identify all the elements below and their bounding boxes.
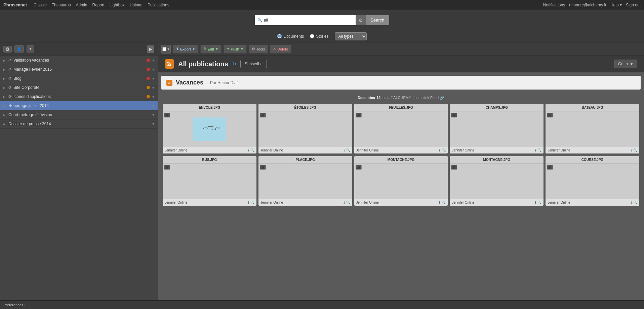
info-icon[interactable]: ℹ [248, 201, 249, 204]
edit-button[interactable]: ✎ Edit ▼ [200, 45, 222, 54]
delete-button[interactable]: ✕ Delete [270, 45, 291, 54]
zoom-icon[interactable]: 🔍 [633, 148, 637, 152]
push-icon: ✦ [227, 47, 230, 51]
search-button[interactable]: Search [366, 15, 389, 25]
subscribe-button[interactable]: Subscribe [240, 60, 267, 68]
nav-upload[interactable]: Upload [130, 3, 143, 7]
push-button[interactable]: ✦ Push ▼ [224, 45, 247, 54]
publication-header: All publications ↻ Subscribe Go to ▼ [158, 56, 644, 72]
image-card-course: COURSE.JPG ⬛ Jennifer Online ℹ 🔍 [546, 156, 639, 206]
sidebar-collapse-button[interactable]: ▶ [147, 45, 154, 53]
zoom-icon[interactable]: 🔍 [346, 201, 350, 204]
nav-classic[interactable]: Classic [34, 3, 47, 7]
top-navigation: Phraseanet Classic Thesaurus Admin Repor… [0, 0, 644, 10]
search-settings-button[interactable]: ⚙ [356, 15, 366, 25]
zoom-icon[interactable]: 🔍 [537, 148, 541, 152]
image-owner: Jennifer Online [356, 201, 379, 204]
image-preview: ⬛ [163, 164, 256, 199]
story-meta: December 12 in staff ALCHEMY - homelink … [161, 93, 641, 103]
image-owner: Jennifer Online [452, 201, 474, 204]
documents-filter[interactable]: Documents [277, 34, 304, 39]
nav-admin[interactable]: Admin [76, 3, 87, 7]
stories-filter[interactable]: Stories [310, 34, 328, 39]
edit-icon: ✎ [203, 47, 206, 51]
nav-thesaurus[interactable]: Thesaurus [52, 3, 71, 7]
image-preview: ⬛ [546, 164, 639, 199]
image-preview: ⬛ [546, 111, 639, 147]
zoom-icon[interactable]: 🔍 [250, 148, 254, 152]
signout-link[interactable]: Sign out [626, 3, 641, 7]
image-actions[interactable]: ℹ 🔍 [535, 201, 541, 204]
tools-button[interactable]: ⚙ Tools [249, 45, 268, 54]
image-footer: Jennifer Online ℹ 🔍 [546, 199, 639, 206]
image-actions[interactable]: ℹ 🔍 [439, 201, 446, 204]
sidebar-item-reportage[interactable]: ▶ Reportage Juillet 2014 ▼ [0, 101, 158, 110]
image-owner: Jennifer Online [260, 201, 283, 204]
zoom-icon[interactable]: 🔍 [537, 201, 541, 204]
image-actions[interactable]: ℹ 🔍 [631, 201, 637, 204]
info-icon[interactable]: ℹ [439, 201, 440, 204]
sidebar-item-blog[interactable]: ▶ ⟳ Blog ▼ [0, 74, 158, 83]
expand-arrow: ▶ [3, 113, 7, 117]
search-input-wrap: 🔍 ⚙ Search [255, 15, 389, 25]
goto-button[interactable]: Go to ▼ [614, 60, 637, 68]
checkbox-select[interactable]: ▼ [161, 45, 171, 54]
sidebar-item-icones[interactable]: ▶ ⟳ Icones d'applications ▼ [0, 92, 158, 101]
checkbox-dropdown-arrow[interactable]: ▼ [167, 47, 170, 51]
image-actions[interactable]: ℹ 🔍 [439, 148, 446, 152]
sidebar-star-btn[interactable]: ✦ [27, 45, 34, 53]
nav-report[interactable]: Report [92, 3, 104, 7]
item-sync-icon: ⟳ [8, 58, 12, 63]
sidebar-user-btn[interactable]: 👤 [14, 45, 24, 53]
image-actions[interactable]: ℹ 🔍 [535, 148, 541, 152]
nav-lightbox[interactable]: Lightbox [110, 3, 125, 7]
documents-radio[interactable] [277, 34, 282, 38]
info-icon[interactable]: ℹ [344, 148, 345, 152]
preferences-link[interactable]: Préférences [3, 303, 23, 307]
dropdown-arrow: ▼ [152, 122, 155, 126]
help-link[interactable]: Help ▾ [610, 3, 622, 7]
export-button[interactable]: ⬆ Export ▼ [173, 45, 198, 54]
image-footer: Jennifer Online ℹ 🔍 [450, 147, 544, 153]
image-name: ENVOLE.JPG [163, 104, 256, 111]
notifications-link[interactable]: Notifications [543, 3, 565, 7]
image-footer: Jennifer Online ℹ 🔍 [258, 147, 352, 153]
zoom-icon[interactable]: 🔍 [633, 201, 637, 204]
zoom-icon[interactable]: 🔍 [442, 201, 446, 204]
sidebar-item-corporate[interactable]: ▶ ⟳ Site Corporate ▼ [0, 83, 158, 92]
sidebar-icon-btn[interactable]: 🖼 [3, 46, 12, 53]
info-icon[interactable]: ℹ [344, 201, 345, 204]
image-actions[interactable]: ℹ 🔍 [631, 148, 637, 152]
nav-publications[interactable]: Publications [148, 3, 169, 7]
info-icon[interactable]: ℹ [535, 201, 536, 204]
zoom-icon[interactable]: 🔍 [346, 148, 350, 152]
refresh-icon[interactable]: ↻ [232, 61, 236, 67]
dropdown-arrow: ▼ [152, 113, 155, 117]
sidebar-item-mariage[interactable]: ▶ ⟳ Mariage Février 2015 ▼ [0, 65, 158, 74]
sidebar-item-validation[interactable]: ▶ ⟳ Validation vacances ▼ [0, 56, 158, 65]
info-icon[interactable]: ℹ [631, 148, 632, 152]
image-footer: Jennifer Online ℹ 🔍 [546, 147, 639, 153]
type-select[interactable]: All types Images Videos Documents Audio [335, 32, 367, 40]
stories-radio[interactable] [310, 34, 314, 38]
sidebar-item-dossier[interactable]: ▶ Dossier de presse 2014 ▼ [0, 119, 158, 129]
info-icon[interactable]: ℹ [439, 148, 440, 152]
image-name: CHAMPS.JPG [450, 104, 544, 111]
image-preview: ⬛ [258, 164, 352, 199]
image-actions[interactable]: ℹ 🔍 [248, 201, 254, 204]
publication-title: All publications [178, 60, 228, 68]
image-actions[interactable]: ℹ 🔍 [344, 201, 350, 204]
item-label: Court métrage télévision [8, 112, 150, 117]
info-icon[interactable]: ℹ [248, 148, 249, 152]
info-icon[interactable]: ℹ [535, 148, 536, 152]
zoom-icon[interactable]: 🔍 [250, 201, 254, 204]
select-all-checkbox[interactable] [162, 47, 166, 51]
sidebar-item-court[interactable]: ▶ Court métrage télévision ▼ [0, 110, 158, 119]
image-actions[interactable]: ℹ 🔍 [344, 148, 350, 152]
image-type-indicator: ⬛ [260, 165, 266, 170]
info-icon[interactable]: ℹ [631, 201, 632, 204]
user-email[interactable]: nhonore@alchemy.fr [569, 3, 606, 7]
search-input[interactable] [255, 15, 356, 25]
image-actions[interactable]: ℹ 🔍 [248, 148, 254, 152]
zoom-icon[interactable]: 🔍 [442, 148, 446, 152]
